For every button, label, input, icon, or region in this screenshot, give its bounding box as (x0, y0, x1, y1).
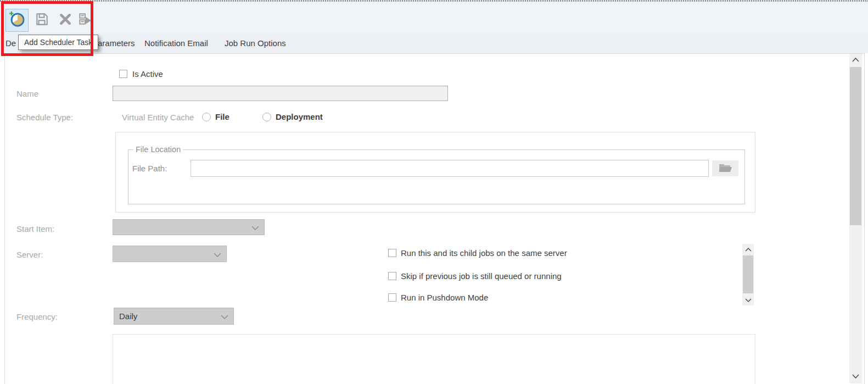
tab-details[interactable]: De (5, 33, 16, 53)
schedule-type-deployment-label: Deployment (276, 112, 323, 121)
scroll-down-icon[interactable] (742, 294, 754, 305)
chevron-down-icon (221, 311, 228, 321)
pushdown-mode-label: Run in Pushdown Mode (401, 293, 488, 302)
start-item-label: Start Item: (16, 224, 54, 233)
file-location-legend: File Location (133, 145, 183, 154)
scheduler-task-window: De arameters Notification Email Job Run … (0, 0, 868, 384)
add-scheduler-task-button[interactable] (5, 9, 29, 32)
same-server-checkbox[interactable] (388, 249, 396, 257)
start-item-dropdown[interactable] (113, 219, 265, 235)
frequency-detail-box (113, 334, 755, 384)
tab-notification-email[interactable]: Notification Email (144, 33, 208, 53)
folder-icon (719, 163, 732, 175)
options-scrollbar-thumb[interactable] (743, 255, 753, 293)
scroll-down-icon[interactable] (849, 370, 862, 382)
main-scrollbar-thumb[interactable] (850, 67, 861, 225)
document-run-icon (78, 12, 92, 29)
frequency-label: Frequency: (16, 312, 58, 321)
schedule-type-static-option: Virtual Entity Cache (122, 113, 194, 122)
tab-parameters[interactable]: arameters (98, 33, 135, 53)
scroll-up-icon[interactable] (742, 244, 754, 255)
run-job-button[interactable] (74, 9, 97, 32)
skip-if-queued-checkbox[interactable] (388, 272, 396, 280)
file-path-input[interactable] (191, 160, 709, 177)
schedule-type-label: Schedule Type: (16, 113, 73, 122)
save-icon (35, 12, 49, 29)
clock-add-icon (9, 11, 25, 30)
schedule-type-file-label: File (215, 112, 229, 121)
toolbar (0, 2, 868, 33)
scroll-up-icon[interactable] (849, 54, 862, 66)
tab-job-run-options[interactable]: Job Run Options (225, 33, 286, 53)
browse-file-button[interactable] (712, 160, 738, 176)
name-input[interactable] (113, 86, 448, 101)
close-x-icon (58, 12, 72, 29)
options-scrollbar[interactable] (742, 244, 754, 305)
frequency-value: Daily (119, 311, 137, 321)
schedule-type-deployment-radio[interactable] (262, 113, 271, 121)
main-scrollbar[interactable] (849, 54, 862, 383)
skip-if-queued-label: Skip if previous job is still queued or … (401, 271, 562, 281)
frequency-dropdown[interactable]: Daily (114, 308, 234, 325)
add-scheduler-task-tooltip: Add Scheduler Task (18, 35, 98, 50)
file-path-label: File Path: (132, 164, 167, 173)
schedule-type-file-radio[interactable] (202, 113, 211, 121)
tab-bar: De arameters Notification Email Job Run … (0, 33, 868, 53)
is-active-label: Is Active (132, 69, 163, 79)
file-location-groupbox (128, 149, 745, 204)
chevron-down-icon (251, 222, 259, 232)
pushdown-mode-checkbox[interactable] (388, 293, 396, 302)
name-label: Name (16, 89, 38, 98)
server-label: Server: (16, 250, 43, 259)
server-dropdown[interactable] (113, 246, 227, 262)
same-server-label: Run this and its child jobs on the same … (401, 248, 567, 258)
is-active-checkbox[interactable] (119, 70, 127, 78)
chevron-down-icon (214, 249, 221, 259)
save-button[interactable] (30, 9, 53, 32)
